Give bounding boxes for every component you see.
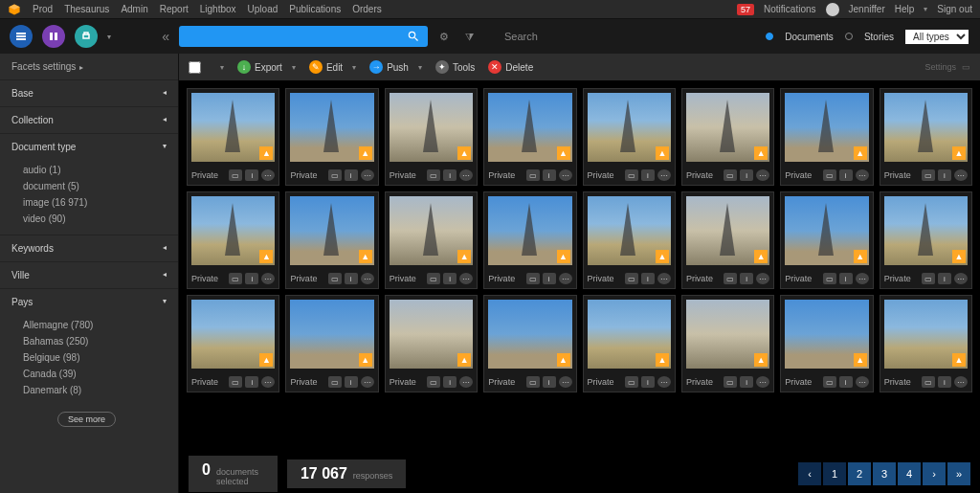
card-more-icon[interactable]: ⋯: [261, 376, 275, 388]
card-more-icon[interactable]: ⋯: [361, 376, 374, 388]
card-preview-icon[interactable]: ▭: [229, 273, 242, 284]
nav-upload[interactable]: Upload: [248, 4, 278, 14]
card-more-icon[interactable]: ⋯: [559, 273, 572, 284]
result-card[interactable]: ▲Private▭i⋯: [583, 88, 676, 186]
nav-admin[interactable]: Admin: [121, 4, 147, 14]
nav-lightbox[interactable]: Lightbox: [200, 4, 236, 14]
result-card[interactable]: ▲Private▭i⋯: [880, 191, 972, 289]
card-more-icon[interactable]: ⋯: [657, 169, 671, 181]
card-preview-icon[interactable]: ▭: [229, 376, 242, 388]
card-preview-icon[interactable]: ▭: [823, 169, 836, 181]
card-info-icon[interactable]: i: [740, 376, 753, 388]
card-info-icon[interactable]: i: [245, 169, 258, 181]
card-more-icon[interactable]: ⋯: [559, 169, 572, 181]
card-more-icon[interactable]: ⋯: [657, 376, 671, 388]
card-info-icon[interactable]: i: [543, 169, 556, 181]
result-card[interactable]: ▲Private▭i⋯: [187, 191, 279, 289]
result-card[interactable]: ▲Private▭i⋯: [385, 191, 478, 289]
card-info-icon[interactable]: i: [345, 169, 358, 181]
result-card[interactable]: ▲Private▭i⋯: [285, 191, 378, 289]
facet-item[interactable]: Belgique (98): [23, 349, 178, 366]
facet-item[interactable]: Canada (39): [23, 366, 178, 382]
card-preview-icon[interactable]: ▭: [724, 376, 737, 388]
page-4[interactable]: 4: [898, 462, 921, 485]
select-all-checkbox[interactable]: [189, 61, 201, 74]
radio-documents[interactable]: [766, 33, 773, 40]
card-preview-icon[interactable]: ▭: [625, 376, 638, 388]
result-card[interactable]: ▲Private▭i⋯: [187, 88, 279, 186]
card-info-icon[interactable]: i: [938, 376, 951, 388]
card-more-icon[interactable]: ⋯: [657, 273, 671, 284]
card-preview-icon[interactable]: ▭: [526, 169, 540, 181]
card-info-icon[interactable]: i: [938, 273, 951, 284]
card-info-icon[interactable]: i: [443, 376, 457, 388]
card-more-icon[interactable]: ⋯: [361, 273, 374, 284]
nav-orders[interactable]: Orders: [352, 4, 382, 14]
radio-stories[interactable]: [845, 33, 853, 40]
facet-item[interactable]: Bahamas (250): [23, 333, 178, 349]
display-mode-icon[interactable]: ▭: [962, 62, 970, 72]
facet-ville[interactable]: Ville◂: [0, 262, 178, 288]
result-card[interactable]: ▲Private▭i⋯: [583, 191, 676, 289]
nav-publications[interactable]: Publications: [289, 4, 341, 14]
card-more-icon[interactable]: ⋯: [459, 169, 473, 181]
delete-button[interactable]: ✕Delete: [488, 60, 533, 74]
card-preview-icon[interactable]: ▭: [328, 273, 342, 284]
facet-item[interactable]: image (16 971): [23, 194, 178, 211]
card-preview-icon[interactable]: ▭: [526, 273, 540, 284]
notifications-link[interactable]: Notifications: [764, 4, 815, 14]
page-prev[interactable]: ‹: [798, 462, 821, 485]
facet-pays[interactable]: Pays▾: [0, 289, 178, 315]
notification-count-badge[interactable]: 57: [737, 4, 754, 15]
card-more-icon[interactable]: ⋯: [856, 273, 869, 284]
facet-keywords[interactable]: Keywords◂: [0, 235, 178, 261]
card-preview-icon[interactable]: ▭: [922, 376, 935, 388]
card-more-icon[interactable]: ⋯: [756, 273, 769, 284]
card-info-icon[interactable]: i: [543, 273, 556, 284]
collapse-sidebar-icon[interactable]: «: [162, 29, 169, 44]
result-card[interactable]: ▲Private▭i⋯: [483, 295, 576, 392]
card-more-icon[interactable]: ⋯: [261, 273, 275, 284]
workspace-icon-1[interactable]: [10, 25, 33, 48]
card-preview-icon[interactable]: ▭: [427, 273, 440, 284]
search-input[interactable]: [179, 26, 428, 47]
push-button[interactable]: →Push▾: [369, 60, 422, 74]
page-next[interactable]: ›: [923, 462, 946, 485]
result-card[interactable]: ▲Private▭i⋯: [385, 88, 478, 186]
facets-settings-link[interactable]: Facets settings: [0, 54, 178, 79]
card-info-icon[interactable]: i: [443, 273, 457, 284]
card-more-icon[interactable]: ⋯: [459, 273, 473, 284]
card-preview-icon[interactable]: ▭: [724, 169, 737, 181]
card-preview-icon[interactable]: ▭: [328, 376, 342, 388]
result-card[interactable]: ▲Private▭i⋯: [780, 295, 873, 392]
nav-report[interactable]: Report: [160, 4, 189, 14]
result-card[interactable]: ▲Private▭i⋯: [681, 191, 774, 289]
card-preview-icon[interactable]: ▭: [922, 273, 935, 284]
card-more-icon[interactable]: ⋯: [361, 169, 374, 181]
result-card[interactable]: ▲Private▭i⋯: [483, 191, 576, 289]
card-info-icon[interactable]: i: [245, 376, 258, 388]
edit-button[interactable]: ✎Edit▾: [309, 60, 356, 74]
result-card[interactable]: ▲Private▭i⋯: [187, 295, 279, 392]
card-preview-icon[interactable]: ▭: [229, 169, 242, 181]
card-more-icon[interactable]: ⋯: [756, 169, 769, 181]
page-3[interactable]: 3: [873, 462, 896, 485]
help-link[interactable]: Help: [895, 4, 915, 14]
nav-prod[interactable]: Prod: [33, 4, 53, 14]
card-info-icon[interactable]: i: [839, 169, 853, 181]
facet-document-type[interactable]: Document type▾: [0, 134, 178, 160]
card-info-icon[interactable]: i: [345, 273, 358, 284]
card-more-icon[interactable]: ⋯: [954, 169, 968, 181]
card-info-icon[interactable]: i: [543, 376, 556, 388]
result-card[interactable]: ▲Private▭i⋯: [780, 191, 873, 289]
result-card[interactable]: ▲Private▭i⋯: [583, 295, 676, 392]
card-more-icon[interactable]: ⋯: [559, 376, 572, 388]
card-more-icon[interactable]: ⋯: [261, 169, 275, 181]
card-more-icon[interactable]: ⋯: [954, 273, 968, 284]
page-1[interactable]: 1: [823, 462, 846, 485]
search-filter-icon[interactable]: ⧩: [460, 28, 478, 45]
card-info-icon[interactable]: i: [641, 376, 655, 388]
card-info-icon[interactable]: i: [443, 169, 457, 181]
nav-thesaurus[interactable]: Thesaurus: [64, 4, 109, 14]
facet-item[interactable]: Allemagne (780): [23, 317, 178, 333]
